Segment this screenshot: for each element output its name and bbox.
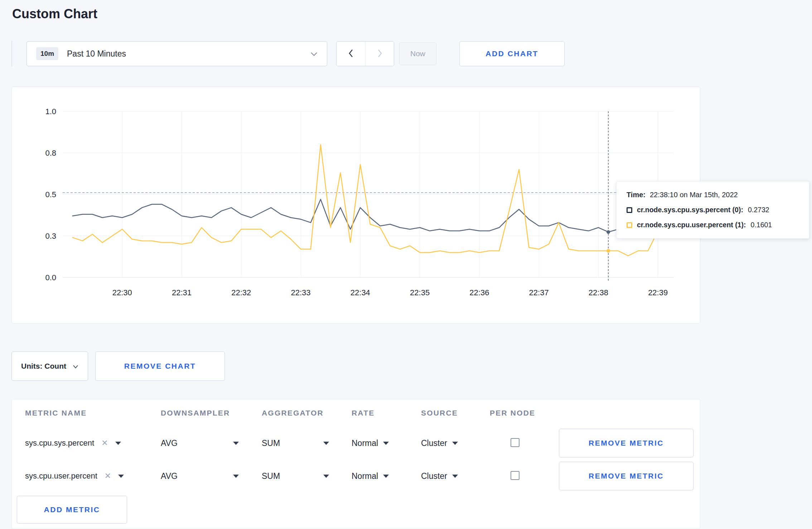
downsampler-value: AVG — [161, 438, 178, 448]
header-aggregator: AGGREGATOR — [262, 409, 352, 417]
caret-down-icon — [323, 475, 329, 478]
aggregator-select[interactable]: SUM — [262, 471, 329, 481]
metric-name-dropdown[interactable]: sys.cpu.user.percent ✕ — [25, 471, 161, 481]
svg-text:0.3: 0.3 — [45, 232, 56, 241]
clear-metric-icon[interactable]: ✕ — [101, 439, 108, 447]
svg-text:0.0: 0.0 — [45, 273, 56, 282]
metric-row: sys.cpu.user.percent ✕ AVG SUM Normal Cl… — [12, 460, 700, 492]
source-select[interactable]: Cluster — [421, 438, 490, 448]
svg-text:22:39: 22:39 — [648, 288, 668, 297]
page-title: Custom Chart — [0, 0, 812, 21]
now-button[interactable]: Now — [399, 42, 436, 65]
per-node-cell — [490, 471, 559, 481]
svg-text:22:31: 22:31 — [172, 288, 192, 297]
svg-text:1.0: 1.0 — [45, 107, 56, 116]
aggregator-select[interactable]: SUM — [262, 438, 329, 448]
header-downsampler: DOWNSAMPLER — [161, 409, 262, 417]
tooltip-series-row: cr.node.sys.cpu.sys.percent (0): 0.2732 — [627, 206, 799, 214]
metric-name-label: sys.cpu.sys.percent — [25, 438, 94, 448]
downsampler-select[interactable]: AVG — [161, 471, 239, 481]
time-window-label: Past 10 Minutes — [67, 49, 126, 59]
svg-text:22:32: 22:32 — [231, 288, 251, 297]
header-rate: RATE — [352, 409, 421, 417]
svg-text:22:30: 22:30 — [112, 288, 132, 297]
custom-chart-page: Custom Chart 10m Past 10 Minutes Now AD — [0, 0, 812, 529]
downsampler-select[interactable]: AVG — [161, 438, 239, 448]
caret-down-icon — [383, 475, 389, 478]
rate-value: Normal — [352, 438, 378, 448]
chart-footer: Units: Count REMOVE CHART — [11, 351, 812, 381]
tooltip-time: Time:22:38:10 on Mar 15th, 2022 — [627, 191, 799, 199]
svg-text:22:37: 22:37 — [529, 288, 549, 297]
prev-time-button[interactable] — [337, 42, 365, 66]
svg-text:22:34: 22:34 — [351, 288, 370, 297]
chevron-right-icon — [377, 49, 383, 59]
caret-down-icon — [118, 475, 124, 478]
time-window-badge: 10m — [36, 47, 58, 60]
caret-down-icon — [115, 442, 121, 445]
units-label: Units: Count — [21, 362, 66, 370]
svg-text:22:38: 22:38 — [589, 288, 608, 297]
tooltip-series-value: 0.1601 — [751, 221, 772, 229]
remove-metric-button[interactable]: REMOVE METRIC — [559, 429, 693, 457]
tooltip-series-row: cr.node.sys.cpu.user.percent (1): 0.1601 — [627, 221, 799, 229]
metrics-table: METRIC NAME DOWNSAMPLER AGGREGATOR RATE … — [11, 399, 700, 529]
aggregator-value: SUM — [262, 471, 280, 481]
series-swatch-sys-icon — [627, 207, 632, 213]
rate-select[interactable]: Normal — [352, 471, 421, 481]
next-time-button[interactable] — [365, 42, 394, 66]
per-node-checkbox[interactable] — [511, 438, 519, 447]
remove-chart-button[interactable]: REMOVE CHART — [95, 351, 225, 381]
tooltip-time-label: Time: — [627, 191, 646, 199]
svg-text:0.8: 0.8 — [45, 149, 56, 157]
caret-down-icon — [233, 442, 239, 445]
time-pager — [336, 41, 394, 66]
svg-text:22:36: 22:36 — [469, 288, 489, 297]
chart-svg[interactable]: 0.00.30.50.81.022:3022:3122:3222:3322:34… — [12, 87, 700, 323]
tooltip-time-value: 22:38:10 on Mar 15th, 2022 — [650, 191, 738, 199]
chevron-down-icon — [310, 52, 318, 56]
source-value: Cluster — [421, 438, 447, 448]
metric-name-label: sys.cpu.user.percent — [25, 471, 97, 481]
remove-metric-button[interactable]: REMOVE METRIC — [559, 462, 693, 490]
chevron-down-icon — [73, 362, 78, 370]
header-source: SOURCE — [421, 409, 490, 417]
aggregator-value: SUM — [262, 438, 280, 448]
rate-select[interactable]: Normal — [352, 438, 421, 448]
metric-row: sys.cpu.sys.percent ✕ AVG SUM Normal Clu… — [12, 427, 700, 460]
caret-down-icon — [323, 442, 329, 445]
caret-down-icon — [452, 475, 458, 478]
add-chart-button[interactable]: ADD CHART — [459, 41, 565, 66]
per-node-cell — [490, 438, 559, 448]
downsampler-value: AVG — [161, 471, 178, 481]
svg-text:0.5: 0.5 — [45, 190, 56, 199]
chart-card: 0.00.30.50.81.022:3022:3122:3222:3322:34… — [11, 87, 700, 324]
source-value: Cluster — [421, 471, 447, 481]
caret-down-icon — [233, 475, 239, 478]
chart-tooltip: Time:22:38:10 on Mar 15th, 2022 cr.node.… — [616, 181, 809, 239]
tooltip-series-name: cr.node.sys.cpu.sys.percent (0): — [637, 206, 743, 214]
chevron-left-icon — [348, 49, 354, 59]
metrics-table-header: METRIC NAME DOWNSAMPLER AGGREGATOR RATE … — [12, 399, 700, 427]
rate-value: Normal — [352, 471, 378, 481]
caret-down-icon — [383, 442, 389, 445]
tooltip-series-value: 0.2732 — [748, 206, 769, 214]
caret-down-icon — [452, 442, 458, 445]
clear-metric-icon[interactable]: ✕ — [105, 472, 111, 480]
metric-name-dropdown[interactable]: sys.cpu.sys.percent ✕ — [25, 438, 161, 448]
toolbar: 10m Past 10 Minutes Now ADD CHART — [11, 41, 812, 67]
tooltip-series-name: cr.node.sys.cpu.user.percent (1): — [637, 221, 746, 229]
per-node-checkbox[interactable] — [511, 471, 519, 480]
toolbar-divider — [11, 41, 12, 67]
time-window-dropdown[interactable]: 10m Past 10 Minutes — [26, 41, 327, 66]
svg-text:22:33: 22:33 — [291, 288, 311, 297]
svg-text:22:35: 22:35 — [410, 288, 430, 297]
series-swatch-user-icon — [627, 222, 632, 228]
units-dropdown[interactable]: Units: Count — [11, 351, 88, 381]
source-select[interactable]: Cluster — [421, 471, 490, 481]
header-per-node: PER NODE — [490, 409, 559, 417]
add-metric-button[interactable]: ADD METRIC — [17, 496, 127, 524]
header-metric-name: METRIC NAME — [25, 409, 161, 417]
